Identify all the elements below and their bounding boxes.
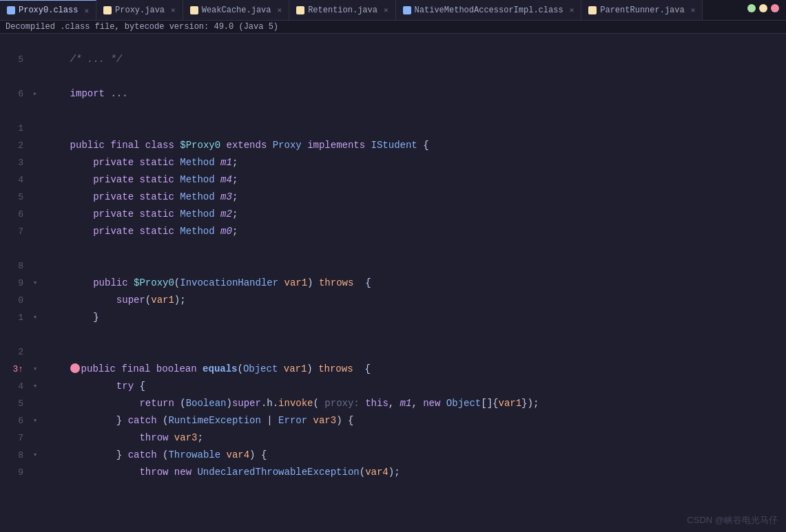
punct-paren1: ( [174,277,180,288]
punct-semi6: ; [197,432,203,443]
code-constructor-close: } [47,309,786,326]
tab-label-proxy: Proxy.java [115,6,165,15]
fold-blank11 [29,223,41,240]
dot-green [747,4,756,12]
type-method3: Method [180,191,214,202]
tab-label-retention: Retention.java [308,6,378,15]
comment-text: /* ... */ [70,54,123,65]
punct-semi5: ; [232,226,238,237]
fold-9[interactable]: ▾ [29,275,41,292]
kw-throw1: throw [139,432,168,443]
tab-proxy-java[interactable]: Proxy.java ✕ [96,0,183,21]
ln-7b: 7 [0,429,23,447]
punct-comma1: , [389,398,394,409]
tab-close-proxy0[interactable]: ✕ [84,6,89,15]
kw-static4: static [139,209,174,220]
fold-blank17 [29,395,41,412]
code-field-m0: private static Method m0; [47,223,786,240]
ln-5a: 5 [0,189,23,206]
ln-6a: 6 [0,206,23,223]
tab-bar: Proxy0.class ✕ Proxy.java ✕ WeakCache.ja… [0,0,786,21]
code-equals-decl: public final boolean equals(Object var1)… [47,361,786,378]
tab-proxy0-class[interactable]: Proxy0.class ✕ [0,0,96,21]
ln-9b: 9 [0,464,23,481]
ln-4b: 4 [0,378,23,395]
ln-6: 6 [0,85,23,103]
field-m2: m2 [220,209,232,220]
dot-yellow [759,4,767,12]
tab-parentrunner[interactable]: ParentRunner.java ✕ [581,0,703,21]
fold-blank3 [29,68,41,85]
tab-icon-retention [296,6,304,14]
fold-1b[interactable]: ▾ [29,309,41,326]
punct-comma2: , [411,398,417,409]
tab-icon-proxy0 [7,6,15,14]
fold-blank19 [29,464,41,481]
code-blank8 [47,343,786,361]
kw-try: try [116,381,134,392]
type-boolean: Boolean [186,398,227,409]
kw-return: return [139,398,174,409]
fold-blank15 [29,326,41,343]
tab-close-weakcache[interactable]: ✕ [278,6,282,14]
tab-close-parentrunner[interactable]: ✕ [691,6,696,14]
tab-close-proxy[interactable]: ✕ [171,6,176,14]
fold-blank9 [29,189,41,206]
super-keyword1: super [116,295,145,306]
ln-8b: 8 [0,447,23,464]
fold-8b[interactable]: ▾ [29,447,41,464]
ln-1: 1 [0,120,23,137]
type-object-arr: Object [446,398,481,409]
fold-6b[interactable]: ▾ [29,412,41,429]
method-invoke: invoke [278,398,313,409]
kw-final2: final [121,363,150,374]
type-invhandler: InvocationHandler [180,277,278,288]
punct-paren14: ( [360,467,365,478]
code-throw1: throw var3; [47,429,786,447]
tab-retention[interactable]: Retention.java ✕ [289,0,395,21]
field-m1: m1 [220,157,232,168]
ln-5b: 5 [0,395,23,412]
tab-close-retention[interactable]: ✕ [384,6,389,14]
ln-2b: 2 [0,343,23,361]
fold-blank20 [29,481,41,498]
fold-blank13 [29,257,41,275]
fold-3b[interactable]: ▾ [29,361,41,378]
field-m1-ref: m1 [400,398,412,409]
tab-nativemethod[interactable]: NativeMethodAccessorImpl.class ✕ [396,0,582,21]
ln-3b: 3↑ [0,361,23,378]
param-var1b: var1 [151,295,174,306]
fold-4b[interactable]: ▾ [29,378,41,395]
kw-this: this [365,398,389,409]
param-var4-throw: var4 [365,467,389,478]
breakpoint-dot [70,363,80,373]
code-blank5 [47,240,786,257]
kw-public1: public [70,140,105,151]
param-var3: var3 [313,415,337,426]
punct-brace-open5: { [348,415,353,426]
kw-catch2: catch [128,449,157,460]
classname-proxy0: $Proxy0 [180,140,220,151]
code-blank2 [47,68,786,85]
punct-paren5: ( [238,363,243,374]
super-keyword2: super [232,398,261,409]
punct-brace-close2: } [116,415,122,426]
code-blank9 [47,481,786,498]
punct-paren3: ( [145,295,151,306]
ln-3: 3 [0,154,23,171]
tab-close-nativemethod[interactable]: ✕ [570,6,575,14]
kw-private5: private [93,226,134,237]
code-blank7 [47,326,786,343]
method-equals: equals [203,363,237,374]
type-object: Object [243,363,278,374]
field-m4: m4 [220,174,232,185]
fold-gutter: ▸ ▾ ▾ ▾ ▾ ▾ ▾ [29,34,41,530]
type-method4: Method [180,209,214,220]
kw-extends: extends [227,140,267,151]
field-m0: m0 [220,226,232,237]
fold-6[interactable]: ▸ [29,85,41,103]
fold-blank5 [29,120,41,137]
tab-weakcache[interactable]: WeakCache.java ✕ [183,0,289,21]
fold-blank8 [29,171,41,189]
ln-0: 0 [0,292,23,309]
